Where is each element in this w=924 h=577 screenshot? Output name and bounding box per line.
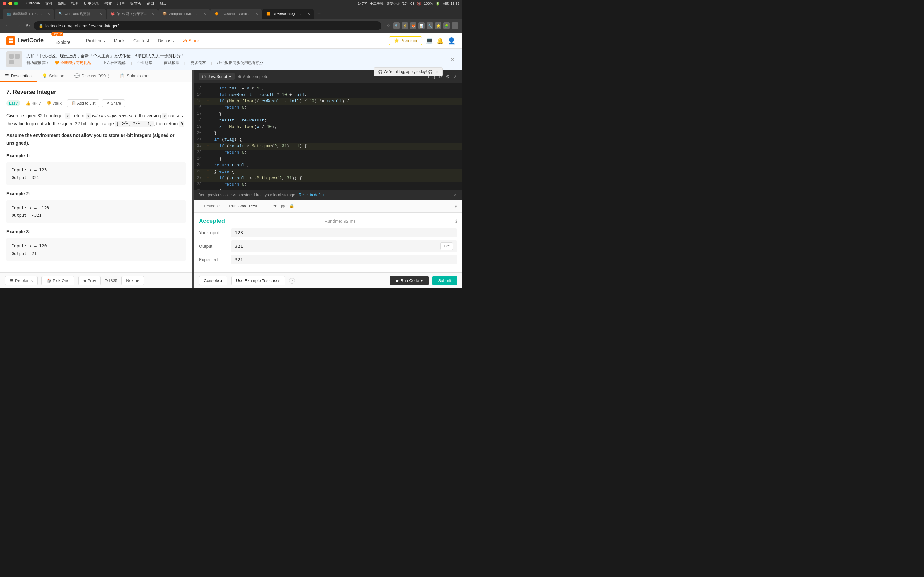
- code-line-26: 26 • } else {: [194, 169, 462, 175]
- tab-solution[interactable]: 💡 Solution: [37, 70, 69, 82]
- nav-contest[interactable]: Contest: [129, 36, 153, 45]
- share-button[interactable]: ↗ Share: [102, 99, 125, 107]
- add-to-list-button[interactable]: 📋 Add to List: [67, 99, 100, 107]
- nav-store[interactable]: 🛍 Store: [179, 36, 203, 45]
- tab-webpack[interactable]: 🔍 webpack 热更新原理 - ✕: [55, 9, 106, 19]
- mac-menu-help[interactable]: 帮助: [160, 1, 167, 6]
- code-icon[interactable]: 💻: [426, 37, 433, 44]
- back-button[interactable]: ←: [4, 21, 11, 30]
- explore-label: Explore: [51, 38, 74, 47]
- next-button[interactable]: Next ▶: [121, 276, 144, 285]
- share-label: Share: [111, 101, 121, 105]
- promo-link-5[interactable]: 轻松数据同步使用已有积分: [217, 60, 263, 66]
- pick-one-button[interactable]: 🎲 Pick One: [41, 276, 74, 285]
- mac-menu-tabs[interactable]: 标签页: [130, 1, 142, 6]
- problems-button[interactable]: ☰ Problems: [5, 276, 37, 285]
- diff-button[interactable]: Diff: [440, 242, 453, 250]
- prev-button[interactable]: ◀ Prev: [78, 276, 101, 285]
- info-icon-test[interactable]: ℹ: [455, 219, 457, 224]
- input-value-text: 123: [235, 230, 243, 235]
- likes[interactable]: 👍 4607: [25, 101, 41, 106]
- mac-menu-user[interactable]: 用户: [117, 1, 125, 6]
- mac-menu-chrome[interactable]: Chrome: [26, 1, 40, 6]
- help-icon[interactable]: ?: [289, 278, 295, 284]
- settings-icon[interactable]: ⚙: [446, 74, 450, 79]
- hiring-close[interactable]: ✕: [435, 69, 439, 74]
- tab-close-4[interactable]: ✕: [255, 12, 258, 16]
- new-tab-button[interactable]: +: [314, 10, 323, 19]
- reset-to-default-link[interactable]: Reset to default: [299, 193, 326, 197]
- collapse-btn[interactable]: ▾: [455, 204, 457, 209]
- mac-menu-history[interactable]: 历史记录: [84, 1, 99, 6]
- tab-run-code-result[interactable]: Run Code Result: [224, 200, 265, 212]
- console-button[interactable]: Console ▴: [199, 276, 228, 285]
- ext-6[interactable]: ⭐: [435, 23, 441, 29]
- run-code-button[interactable]: ▶ Run Code ▾: [390, 276, 429, 285]
- mac-menu-file[interactable]: 文件: [45, 1, 53, 6]
- tab-q70[interactable]: 🐙 第 70 题：介绍下 webp ✕: [107, 9, 158, 19]
- ext-5[interactable]: 🔧: [427, 23, 433, 29]
- desc-icon: ☰: [5, 73, 9, 78]
- lc-logo[interactable]: LeetCode: [6, 36, 44, 45]
- maximize-dot[interactable]: [14, 2, 18, 5]
- example-1-output: Output: 321: [11, 174, 181, 181]
- tab-close-2[interactable]: ✕: [152, 12, 154, 16]
- tab-description[interactable]: ☰ Description: [0, 70, 37, 82]
- premium-button[interactable]: ⭐ Premium: [389, 36, 422, 45]
- reload-button[interactable]: ↻: [24, 21, 31, 30]
- line-content-19: x = Math.floor(x / 10);: [209, 124, 462, 129]
- close-dot[interactable]: [3, 2, 6, 5]
- tab-hmr[interactable]: 📦 Webpack HMR 原理解析… ✕: [158, 9, 210, 19]
- mac-menu-edit[interactable]: 编辑: [58, 1, 66, 6]
- promo-link-2[interactable]: 企业题库: [137, 60, 152, 66]
- promo-link-4[interactable]: 更多竞赛: [191, 60, 206, 66]
- tab-close-5[interactable]: ✕: [307, 12, 310, 16]
- promo-link-0[interactable]: 🧡 全新积分商场礼品: [55, 60, 91, 66]
- code-line-22: 22 • if (result > Math.pow(2, 31) - 1) {: [194, 143, 462, 150]
- ext-1[interactable]: 🔍: [393, 23, 400, 29]
- nav-mock[interactable]: Mock: [110, 36, 128, 45]
- promo-link-1[interactable]: 上方社区题解: [103, 60, 126, 66]
- restore-close-button[interactable]: ✕: [454, 193, 457, 197]
- ext-4[interactable]: 📊: [418, 23, 425, 29]
- nav-discuss[interactable]: Discuss: [154, 36, 178, 45]
- explore-nav-item[interactable]: Day 22 Explore: [51, 35, 74, 47]
- language-selector[interactable]: ⬡ JavaScript ▾: [199, 73, 234, 80]
- tab-close-1[interactable]: ✕: [99, 12, 102, 16]
- ext-menu[interactable]: ⋮: [452, 23, 458, 29]
- nav-problems[interactable]: Problems: [82, 36, 108, 45]
- minimize-dot[interactable]: [8, 2, 12, 5]
- tab-so[interactable]: 🔶 javascript - What exact ✕: [210, 9, 262, 19]
- submit-button[interactable]: Submit: [433, 276, 457, 285]
- autocomplete-toggle[interactable]: Autocomplete: [238, 74, 268, 79]
- avatar-icon[interactable]: 👤: [447, 37, 456, 45]
- tab-submissions[interactable]: 📋 Submissions: [115, 70, 156, 82]
- tab-leetcode[interactable]: 🟧 Reverse Integer - LeetC ✕: [262, 9, 314, 19]
- forward-button[interactable]: →: [14, 21, 22, 30]
- tab-debugger[interactable]: Debugger 🔒: [265, 200, 299, 212]
- ext-extensions[interactable]: 🧩: [443, 23, 450, 29]
- mac-menu-bookmarks[interactable]: 书签: [104, 1, 112, 6]
- mac-menu-view[interactable]: 视图: [71, 1, 79, 6]
- next-arrow-icon: ▶: [136, 278, 139, 283]
- promo-link-3[interactable]: 面试模拟: [164, 60, 179, 66]
- code-editor[interactable]: 13 let tail = x % 10; 14 let newResult =…: [194, 83, 462, 190]
- output-row: Output 321 Diff: [199, 240, 457, 252]
- tab-bilibili[interactable]: 📺 哔哩哔哩（ ）つロ干~ ✕: [3, 9, 54, 19]
- bookmark-icon[interactable]: ☆: [387, 23, 391, 28]
- expand-icon[interactable]: ⤢: [453, 74, 457, 79]
- example-3-title: Example 3:: [6, 228, 186, 236]
- use-example-button[interactable]: Use Example Testcases: [231, 276, 286, 285]
- promo-close-button[interactable]: ✕: [449, 56, 456, 63]
- tab-discuss[interactable]: 💬 Discuss (999+): [69, 70, 115, 82]
- dislikes[interactable]: 👎 7063: [46, 101, 62, 106]
- tab-close-0[interactable]: ✕: [47, 12, 50, 16]
- run-chevron-icon: ▾: [421, 278, 423, 283]
- url-bar[interactable]: 🔒 leetcode.com/problems/reverse-integer/: [34, 21, 381, 30]
- mac-menu-window[interactable]: 窗口: [147, 1, 154, 6]
- tab-close-3[interactable]: ✕: [204, 12, 206, 16]
- tab-testcase[interactable]: Testcase: [199, 200, 224, 212]
- ext-3[interactable]: 🦊: [410, 23, 417, 29]
- bell-icon[interactable]: 🔔: [437, 37, 444, 44]
- ext-2[interactable]: ⚡: [402, 23, 408, 29]
